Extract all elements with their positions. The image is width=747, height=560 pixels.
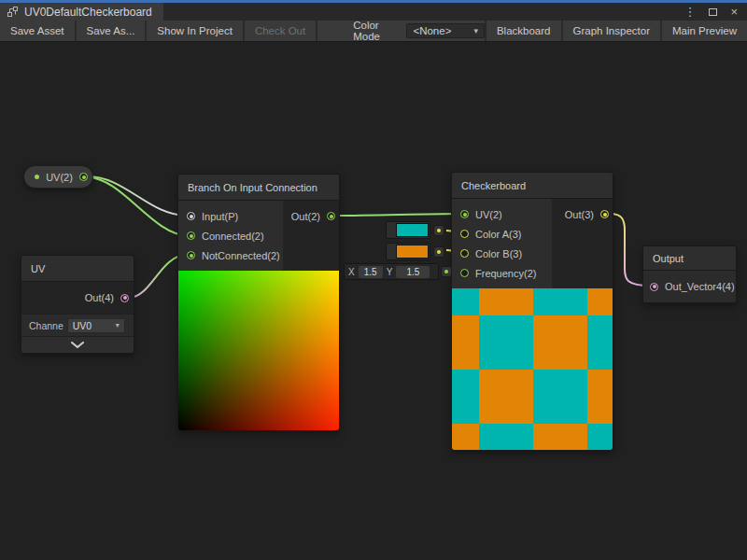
toolbar: Save Asset Save As... Show In Project Ch… — [0, 21, 747, 42]
color-mode-value: <None> — [413, 25, 451, 36]
titlebar: UV0DefaultCheckerboard ⋮ × — [0, 3, 747, 21]
check-out-button: Check Out — [245, 21, 317, 41]
port-input-p[interactable] — [187, 212, 195, 220]
color-a-swatch[interactable] — [396, 223, 429, 237]
collapse-node-button[interactable] — [21, 336, 134, 353]
color-a-connector[interactable] — [433, 225, 444, 236]
channel-value: UV0 — [73, 320, 92, 331]
main-preview-button[interactable]: Main Preview — [662, 21, 747, 41]
port-branch-out2[interactable] — [327, 212, 335, 220]
chevron-down-icon — [71, 342, 84, 348]
frequency-label: Frequency(2) — [475, 268, 536, 279]
port-frequency[interactable] — [460, 269, 469, 277]
property-dot-icon — [35, 175, 39, 179]
edge-branch-to-checkerboard — [336, 214, 460, 216]
frequency-field: X 1.5 Y 1.5 — [344, 263, 439, 280]
checkerboard-node-preview — [452, 288, 613, 450]
connected-label: Connected(2) — [202, 231, 264, 242]
node-uv2-property[interactable]: UV(2) — [23, 165, 93, 189]
color-b-swatch[interactable] — [396, 245, 429, 259]
color-a-field-lead — [387, 222, 395, 238]
blackboard-button[interactable]: Blackboard — [485, 21, 563, 41]
tab-title: UV0DefaultCheckerboard — [24, 6, 152, 19]
checker-out-label: Out(3) — [565, 209, 594, 220]
output-node-title[interactable]: Output — [643, 246, 736, 271]
port-color-b[interactable] — [460, 249, 469, 258]
branch-node-preview — [178, 271, 339, 430]
chevron-down-icon: ▾ — [473, 26, 478, 35]
tab-shader-graph[interactable]: UV0DefaultCheckerboard — [0, 3, 163, 21]
port-checker-out3[interactable] — [600, 210, 609, 218]
frequency-x-input[interactable]: 1.5 — [359, 266, 383, 278]
channel-dropdown[interactable]: UV0 ▾ — [67, 318, 125, 333]
frequency-connector[interactable] — [441, 266, 452, 277]
close-icon[interactable]: × — [730, 6, 738, 18]
edge-uvpill-to-input — [88, 176, 187, 216]
window-controls: ⋮ × — [684, 3, 747, 21]
color-b-label: Color B(3) — [475, 248, 522, 259]
save-asset-button[interactable]: Save Asset — [0, 21, 77, 41]
frequency-y-label: Y — [387, 267, 393, 277]
port-connected[interactable] — [187, 231, 195, 240]
uv2-pill-label: UV(2) — [45, 172, 74, 183]
port-out-vector4[interactable] — [650, 283, 658, 291]
color-b-field-lead — [387, 244, 395, 259]
port-color-a[interactable] — [460, 230, 469, 238]
checker-uv-label: UV(2) — [475, 209, 502, 220]
shader-graph-icon — [7, 7, 19, 18]
frequency-x-label: X — [348, 267, 355, 277]
shader-graph-window: UV0DefaultCheckerboard ⋮ × Save Asset Sa… — [0, 0, 747, 560]
checkerboard-node-title[interactable]: Checkerboard — [452, 173, 613, 199]
node-output[interactable]: Output Out_Vector4(4) — [642, 245, 737, 303]
graph-canvas[interactable]: UV(2) UV Out(4) Channe UV0 ▾ — [0, 42, 747, 560]
uv-out-label: Out(4) — [85, 292, 114, 303]
port-uv2-pill-out[interactable] — [79, 173, 88, 181]
save-as-button[interactable]: Save As... — [77, 21, 148, 41]
maximize-icon[interactable] — [709, 8, 717, 16]
chevron-down-icon: ▾ — [116, 321, 120, 329]
notconnected-label: NotConnected(2) — [202, 250, 280, 261]
color-b-connector[interactable] — [433, 246, 444, 258]
yellow-dot-icon — [437, 250, 441, 254]
port-uv-out4[interactable] — [120, 294, 129, 302]
node-uv[interactable]: UV Out(4) Channe UV0 ▾ — [21, 255, 134, 354]
port-notconnected[interactable] — [187, 251, 195, 259]
show-in-project-button[interactable]: Show In Project — [147, 21, 245, 41]
branch-node-title[interactable]: Branch On Input Connection — [178, 175, 339, 201]
node-branch-on-input-connection[interactable]: Branch On Input Connection Input(P) Conn… — [177, 174, 340, 431]
more-menu-icon[interactable]: ⋮ — [684, 6, 696, 18]
out-vector4-label: Out_Vector4(4) — [665, 281, 735, 292]
color-mode-dropdown[interactable]: <None> ▾ — [406, 23, 485, 38]
yellow-dot-icon — [437, 229, 441, 232]
channel-label: Channe — [29, 320, 63, 331]
green-dot-icon — [444, 270, 448, 273]
node-checkerboard[interactable]: Checkerboard UV(2) Color A(3) Color B(3) — [451, 172, 613, 451]
edge-uvpill-to-connected — [88, 177, 187, 235]
color-b-field[interactable] — [386, 243, 430, 260]
frequency-y-input[interactable]: 1.5 — [396, 266, 430, 278]
color-a-field[interactable] — [386, 221, 430, 239]
color-mode-label: Color Mode — [345, 21, 406, 41]
branch-out-label: Out(2) — [291, 211, 320, 222]
color-a-label: Color A(3) — [475, 229, 522, 240]
uv-node-title[interactable]: UV — [21, 256, 134, 282]
port-checker-uv[interactable] — [460, 210, 469, 218]
input-p-label: Input(P) — [202, 211, 238, 222]
graph-inspector-button[interactable]: Graph Inspector — [563, 21, 662, 41]
